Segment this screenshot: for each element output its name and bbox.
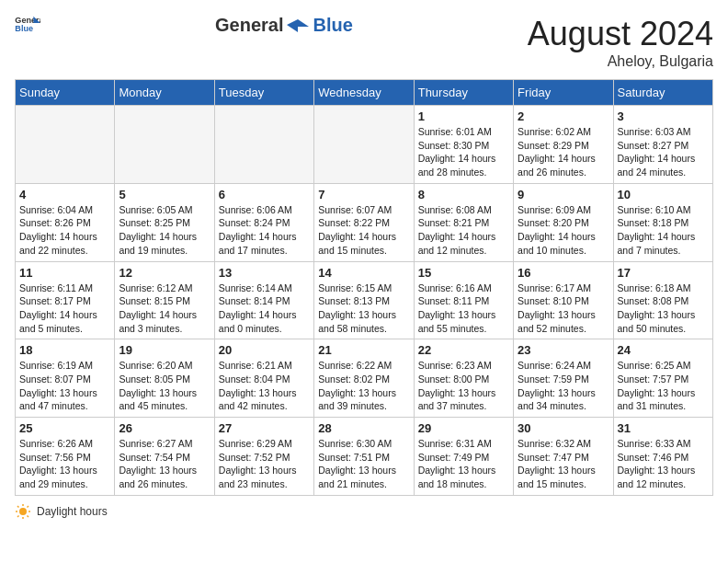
table-row: 15Sunrise: 6:16 AM Sunset: 8:11 PM Dayli…	[414, 261, 513, 339]
calendar-week-2: 4Sunrise: 6:04 AM Sunset: 8:26 PM Daylig…	[16, 183, 713, 261]
table-row: 22Sunrise: 6:23 AM Sunset: 8:00 PM Dayli…	[414, 339, 513, 418]
day-number: 26	[119, 421, 210, 435]
svg-line-9	[17, 506, 19, 508]
day-number: 3	[618, 109, 709, 123]
day-number: 19	[119, 343, 210, 357]
day-number: 7	[318, 188, 409, 201]
logo: General Blue	[15, 15, 40, 33]
day-info: Sunrise: 6:23 AM Sunset: 8:00 PM Dayligh…	[418, 359, 509, 413]
logo-blue: Blue	[313, 15, 352, 36]
title-area: August 2024 Aheloy, Bulgaria	[528, 15, 713, 70]
day-info: Sunrise: 6:10 AM Sunset: 8:18 PM Dayligh…	[618, 203, 709, 258]
logo-icon: General Blue	[15, 15, 40, 33]
day-number: 23	[518, 343, 609, 357]
day-info: Sunrise: 6:11 AM Sunset: 8:17 PM Dayligh…	[19, 282, 110, 336]
day-number: 24	[618, 343, 709, 357]
calendar-week-3: 11Sunrise: 6:11 AM Sunset: 8:17 PM Dayli…	[16, 261, 713, 339]
col-wednesday: Wednesday	[314, 80, 414, 106]
header: General Blue General Blue August 2024 Ah…	[15, 15, 713, 70]
day-info: Sunrise: 6:16 AM Sunset: 8:11 PM Dayligh…	[418, 282, 509, 336]
day-info: Sunrise: 6:25 AM Sunset: 7:57 PM Dayligh…	[618, 359, 709, 413]
table-row	[314, 106, 414, 184]
day-number: 31	[618, 421, 709, 435]
day-info: Sunrise: 6:09 AM Sunset: 8:20 PM Dayligh…	[518, 203, 609, 258]
table-row: 30Sunrise: 6:32 AM Sunset: 7:47 PM Dayli…	[514, 418, 613, 496]
day-number: 1	[418, 109, 509, 123]
day-info: Sunrise: 6:29 AM Sunset: 7:52 PM Dayligh…	[219, 437, 310, 491]
day-number: 2	[518, 109, 609, 123]
svg-text:Blue: Blue	[15, 24, 33, 33]
calendar-week-1: 1Sunrise: 6:01 AM Sunset: 8:30 PM Daylig…	[16, 106, 713, 184]
day-info: Sunrise: 6:32 AM Sunset: 7:47 PM Dayligh…	[518, 437, 609, 491]
table-row: 16Sunrise: 6:17 AM Sunset: 8:10 PM Dayli…	[514, 261, 613, 339]
table-row: 28Sunrise: 6:30 AM Sunset: 7:51 PM Dayli…	[314, 418, 414, 496]
day-info: Sunrise: 6:08 AM Sunset: 8:21 PM Dayligh…	[418, 203, 509, 258]
table-row: 6Sunrise: 6:06 AM Sunset: 8:24 PM Daylig…	[214, 183, 313, 261]
day-number: 25	[19, 421, 110, 435]
col-monday: Monday	[115, 80, 214, 106]
table-row: 23Sunrise: 6:24 AM Sunset: 7:59 PM Dayli…	[514, 339, 613, 418]
day-info: Sunrise: 6:05 AM Sunset: 8:25 PM Dayligh…	[119, 203, 210, 258]
day-number: 13	[219, 266, 310, 280]
table-row: 20Sunrise: 6:21 AM Sunset: 8:04 PM Dayli…	[214, 339, 313, 418]
table-row: 26Sunrise: 6:27 AM Sunset: 7:54 PM Dayli…	[115, 418, 214, 496]
table-row: 7Sunrise: 6:07 AM Sunset: 8:22 PM Daylig…	[314, 183, 414, 261]
calendar-week-5: 25Sunrise: 6:26 AM Sunset: 7:56 PM Dayli…	[16, 418, 713, 496]
day-number: 21	[318, 343, 409, 357]
table-row: 31Sunrise: 6:33 AM Sunset: 7:46 PM Dayli…	[613, 418, 712, 496]
day-number: 15	[418, 266, 509, 280]
day-info: Sunrise: 6:03 AM Sunset: 8:27 PM Dayligh…	[618, 125, 709, 179]
month-year: August 2024	[528, 15, 713, 53]
col-thursday: Thursday	[414, 80, 513, 106]
table-row: 21Sunrise: 6:22 AM Sunset: 8:02 PM Dayli…	[314, 339, 414, 418]
table-row: 3Sunrise: 6:03 AM Sunset: 8:27 PM Daylig…	[613, 106, 712, 184]
day-number: 8	[418, 188, 509, 201]
day-info: Sunrise: 6:18 AM Sunset: 8:08 PM Dayligh…	[618, 282, 709, 336]
svg-marker-3	[287, 19, 309, 32]
sun-icon	[15, 503, 31, 520]
table-row	[115, 106, 214, 184]
table-row: 24Sunrise: 6:25 AM Sunset: 7:57 PM Dayli…	[613, 339, 712, 418]
col-friday: Friday	[514, 80, 613, 106]
day-info: Sunrise: 6:14 AM Sunset: 8:14 PM Dayligh…	[219, 282, 310, 336]
day-info: Sunrise: 6:33 AM Sunset: 7:46 PM Dayligh…	[618, 437, 709, 491]
day-number: 9	[518, 188, 609, 201]
col-saturday: Saturday	[613, 80, 712, 106]
day-number: 16	[518, 266, 609, 280]
day-info: Sunrise: 6:17 AM Sunset: 8:10 PM Dayligh…	[518, 282, 609, 336]
day-info: Sunrise: 6:01 AM Sunset: 8:30 PM Dayligh…	[418, 125, 509, 179]
col-sunday: Sunday	[16, 80, 115, 106]
day-info: Sunrise: 6:27 AM Sunset: 7:54 PM Dayligh…	[119, 437, 210, 491]
day-number: 6	[219, 188, 310, 201]
day-info: Sunrise: 6:19 AM Sunset: 8:07 PM Dayligh…	[19, 359, 110, 413]
location: Aheloy, Bulgaria	[528, 53, 713, 70]
day-number: 10	[618, 188, 709, 201]
logo-bird-icon	[287, 17, 309, 34]
day-number: 11	[19, 266, 110, 280]
table-row: 8Sunrise: 6:08 AM Sunset: 8:21 PM Daylig…	[414, 183, 513, 261]
day-info: Sunrise: 6:15 AM Sunset: 8:13 PM Dayligh…	[318, 282, 409, 336]
logo-general: General	[215, 15, 283, 36]
calendar-table: Sunday Monday Tuesday Wednesday Thursday…	[15, 79, 713, 496]
table-row: 2Sunrise: 6:02 AM Sunset: 8:29 PM Daylig…	[514, 106, 613, 184]
day-number: 30	[518, 421, 609, 435]
table-row: 27Sunrise: 6:29 AM Sunset: 7:52 PM Dayli…	[214, 418, 313, 496]
day-info: Sunrise: 6:12 AM Sunset: 8:15 PM Dayligh…	[119, 282, 210, 336]
logo-text-area: General Blue	[215, 15, 353, 36]
day-info: Sunrise: 6:07 AM Sunset: 8:22 PM Dayligh…	[318, 203, 409, 258]
day-info: Sunrise: 6:20 AM Sunset: 8:05 PM Dayligh…	[119, 359, 210, 413]
footer: Daylight hours	[15, 503, 713, 520]
table-row: 5Sunrise: 6:05 AM Sunset: 8:25 PM Daylig…	[115, 183, 214, 261]
table-row: 25Sunrise: 6:26 AM Sunset: 7:56 PM Dayli…	[16, 418, 115, 496]
day-info: Sunrise: 6:21 AM Sunset: 8:04 PM Dayligh…	[219, 359, 310, 413]
calendar-week-4: 18Sunrise: 6:19 AM Sunset: 8:07 PM Dayli…	[16, 339, 713, 418]
day-number: 22	[418, 343, 509, 357]
calendar-header-row: Sunday Monday Tuesday Wednesday Thursday…	[16, 80, 713, 106]
day-info: Sunrise: 6:06 AM Sunset: 8:24 PM Dayligh…	[219, 203, 310, 258]
day-number: 14	[318, 266, 409, 280]
table-row: 10Sunrise: 6:10 AM Sunset: 8:18 PM Dayli…	[613, 183, 712, 261]
svg-line-11	[28, 506, 29, 508]
day-info: Sunrise: 6:26 AM Sunset: 7:56 PM Dayligh…	[19, 437, 110, 491]
table-row	[16, 106, 115, 184]
day-info: Sunrise: 6:02 AM Sunset: 8:29 PM Dayligh…	[518, 125, 609, 179]
